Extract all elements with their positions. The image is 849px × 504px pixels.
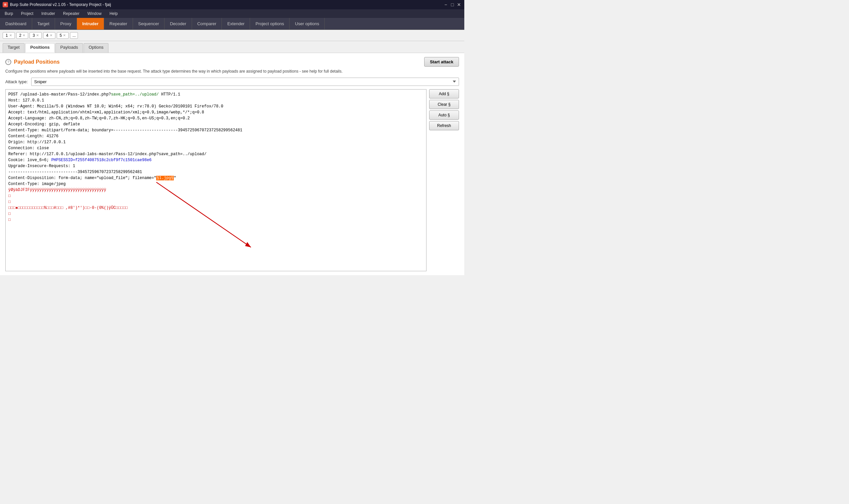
sub-tab-3[interactable]: 3 ✕: [30, 32, 42, 39]
menu-bar: Burp Project Intruder Repeater Window He…: [0, 9, 464, 18]
tab-user-options[interactable]: User options: [290, 18, 325, 30]
attack-type-label: Attack type:: [5, 79, 28, 84]
top-tab-bar: Dashboard Target Proxy Intruder Repeater…: [0, 18, 464, 30]
section-description: Configure the positions where payloads w…: [5, 69, 459, 74]
clear-section-button[interactable]: Clear §: [429, 100, 459, 109]
sub-tab-more[interactable]: ...: [70, 32, 78, 39]
numbered-tab-bar: 1 ✕ 2 ✕ 3 ✕ 4 ✕ 5 ✕ ...: [0, 30, 464, 41]
request-line: Cookie: love_6=6; PHPSESSID=f255f4087518…: [7, 157, 424, 163]
request-line: Origin: http://127.0.0.1: [7, 139, 424, 145]
request-line: Accept: text/html,application/xhtml+xml,…: [7, 109, 424, 115]
tab-payloads[interactable]: Payloads: [55, 43, 83, 53]
attack-type-select[interactable]: Sniper Battering ram Pitchfork Cluster b…: [31, 77, 459, 86]
request-line: Accept-Encoding: gzip, deflate: [7, 121, 424, 127]
sub-tab-2-close[interactable]: ✕: [22, 34, 25, 37]
tab-project-options[interactable]: Project options: [250, 18, 290, 30]
menu-help[interactable]: Help: [107, 11, 120, 17]
section-header: ? Payload Positions Start attack: [5, 57, 459, 67]
tab-options[interactable]: Options: [84, 43, 108, 53]
auto-section-button[interactable]: Auto §: [429, 110, 459, 120]
inner-tab-bar: Target Positions Payloads Options: [0, 41, 464, 53]
minimize-button[interactable]: −: [443, 2, 448, 7]
tab-extender[interactable]: Extender: [222, 18, 250, 30]
title-bar-left: B Burp Suite Professional v2.1.05 - Temp…: [3, 2, 111, 7]
refresh-button[interactable]: Refresh: [429, 121, 459, 130]
app-icon: B: [3, 2, 8, 7]
sub-tab-4-close[interactable]: ✕: [50, 34, 52, 37]
tab-decoder[interactable]: Decoder: [164, 18, 192, 30]
sub-tab-4-label: 4: [46, 33, 49, 38]
start-attack-button[interactable]: Start attack: [424, 57, 459, 67]
tab-proxy[interactable]: Proxy: [55, 18, 77, 30]
request-line: Accept-Language: zh-CN,zh;q=0.8,zh-TW;q=…: [7, 115, 424, 121]
request-line: Host: 127.0.0.1: [7, 97, 424, 104]
section-title: Payload Positions: [14, 59, 60, 65]
sub-tab-5-close[interactable]: ✕: [63, 34, 66, 37]
binary-content-box: □: [8, 212, 11, 216]
tab-target[interactable]: Target: [32, 18, 55, 30]
highlight-payload-marker: §1.jpg§: [156, 176, 174, 180]
add-section-button[interactable]: Add §: [429, 89, 459, 98]
menu-burp[interactable]: Burp: [3, 11, 15, 17]
request-editor[interactable]: POST /upload-labs-master/Pass-12/index.p…: [5, 89, 427, 271]
tab-comparer[interactable]: Comparer: [192, 18, 222, 30]
editor-wrapper: POST /upload-labs-master/Pass-12/index.p…: [5, 89, 427, 271]
menu-project[interactable]: Project: [19, 11, 35, 17]
maximize-button[interactable]: □: [450, 2, 455, 7]
request-line: -----------------------------39457259670…: [7, 169, 424, 175]
tab-dashboard[interactable]: Dashboard: [0, 18, 32, 30]
help-icon[interactable]: ?: [5, 59, 11, 65]
request-line: □: [7, 199, 424, 205]
title-bar: B Burp Suite Professional v2.1.05 - Temp…: [0, 0, 464, 9]
sub-tab-5-label: 5: [60, 33, 62, 38]
request-line: Connection: close: [7, 145, 424, 151]
request-line: Upgrade-Insecure-Requests: 1: [7, 163, 424, 169]
request-line: □: [7, 211, 424, 217]
tab-intruder[interactable]: Intruder: [77, 18, 104, 30]
tab-target-inner[interactable]: Target: [3, 43, 24, 53]
request-line: Content-Type: multipart/form-data; bound…: [7, 127, 424, 133]
section-title-row: ? Payload Positions: [5, 59, 60, 65]
menu-intruder[interactable]: Intruder: [39, 11, 57, 17]
sub-tab-1-label: 1: [6, 33, 8, 38]
binary-content-box: □: [8, 217, 11, 222]
menu-repeater[interactable]: Repeater: [61, 11, 81, 17]
highlight-savepath: save_path=../upload/: [111, 92, 159, 97]
sub-tab-3-label: 3: [33, 33, 35, 38]
window-title: Burp Suite Professional v2.1.05 - Tempor…: [10, 2, 111, 7]
sub-tab-3-close[interactable]: ✕: [36, 34, 39, 37]
binary-content-box: □: [8, 194, 11, 198]
window-controls[interactable]: − □ ✕: [443, 2, 462, 7]
attack-type-row: Attack type: Sniper Battering ram Pitchf…: [5, 77, 459, 86]
sub-tab-1[interactable]: 1 ✕: [3, 32, 15, 39]
sub-tab-4[interactable]: 4 ✕: [43, 32, 55, 39]
request-line: □□□♠□□□□□□□□□□□%□□□#□□□ ,#8')*')□□-0-(0%…: [7, 205, 424, 211]
sub-tab-1-close[interactable]: ✕: [9, 34, 12, 37]
tab-sequencer[interactable]: Sequencer: [133, 18, 165, 30]
editor-container: POST /upload-labs-master/Pass-12/index.p…: [5, 89, 459, 271]
tab-repeater[interactable]: Repeater: [104, 18, 133, 30]
request-line: Content-Disposition: form-data; name="up…: [7, 175, 424, 181]
request-line: POST /upload-labs-master/Pass-12/index.p…: [7, 91, 424, 97]
main-content: ? Payload Positions Start attack Configu…: [0, 53, 464, 275]
request-line: □: [7, 217, 424, 223]
request-line: User-Agent: Mozilla/5.0 (Windows NT 10.0…: [7, 104, 424, 109]
binary-content-mixed: □□□♠□□□□□□□□□□□%□□□#□□□ ,#8')*'): [8, 205, 85, 210]
request-line: Referer: http://127.0.0.1/upload-labs-ma…: [7, 151, 424, 157]
request-line: Content-Length: 41276: [7, 133, 424, 139]
sub-tab-2[interactable]: 2 ✕: [16, 32, 29, 39]
sub-tab-2-label: 2: [19, 33, 21, 38]
tab-positions[interactable]: Positions: [25, 43, 55, 53]
request-line: □: [7, 193, 424, 199]
highlight-phpsessid: PHPSESSID=f255f4087518c2cbf9f7c1501cae98…: [51, 158, 151, 162]
menu-window[interactable]: Window: [85, 11, 104, 17]
binary-content-box: □: [8, 200, 11, 204]
request-line: ÿØÿàDJFIFÿÿÿÿÿÿÿÿÿÿÿÿÿÿÿÿÿÿÿÿÿÿÿÿÿÿÿÿÿÿÿ…: [7, 187, 424, 193]
side-buttons: Add § Clear § Auto § Refresh: [429, 89, 459, 271]
request-line: Content-Type: image/jpeg: [7, 181, 424, 187]
sub-tab-5[interactable]: 5 ✕: [57, 32, 69, 39]
close-button[interactable]: ✕: [456, 2, 462, 7]
binary-content: ÿØÿàDJFIFÿÿÿÿÿÿÿÿÿÿÿÿÿÿÿÿÿÿÿÿÿÿÿÿÿÿÿÿÿÿÿ…: [8, 188, 106, 192]
